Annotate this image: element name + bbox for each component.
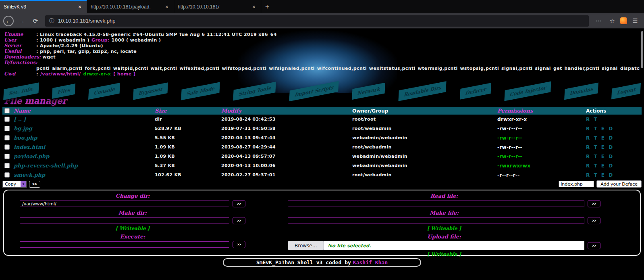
url-text: 10.10.10.181/smevk.php — [58, 18, 115, 24]
file-owner: root/webadmin — [352, 144, 497, 150]
upload-go-button[interactable]: >> — [588, 242, 600, 249]
file-owner: webadmin/webadmin — [352, 163, 497, 168]
bulk-go-button[interactable]: >> — [29, 181, 40, 188]
table-row: [ .. ] dir 2019-08-24 03:42:53 root/root… — [2, 115, 642, 124]
tab-smevk[interactable]: SmEvK v3 × — [0, 0, 87, 13]
menu-item-defacer[interactable]: Defacer — [460, 83, 491, 100]
forward-button[interactable]: → — [16, 15, 27, 27]
read-file-input[interactable] — [288, 201, 584, 207]
file-permissions-link[interactable]: -rw-r--r-- — [497, 126, 586, 132]
reload-button[interactable]: ⟳ — [30, 15, 41, 27]
menu-item-console[interactable]: Console — [88, 83, 120, 100]
new-tab-button[interactable]: + — [261, 0, 273, 13]
row-checkbox[interactable] — [4, 126, 10, 131]
execute-input[interactable] — [20, 241, 229, 248]
file-modify: 2019-07-31 04:50:58 — [221, 126, 352, 131]
file-actions-links[interactable]: R T E D — [586, 144, 642, 150]
menu-item-readable-dirs[interactable]: Readable Dirs — [399, 81, 447, 101]
menu-item-sec-info[interactable]: Sec. Info. — [3, 82, 39, 100]
panel-left-column: Change dir: >> Make dir: >> [ Writeable … — [20, 190, 245, 248]
file-permissions-link[interactable]: -rw-r--r-- — [497, 144, 586, 150]
row-checkbox[interactable] — [4, 144, 10, 150]
row-checkbox[interactable] — [4, 154, 10, 159]
make-file-input[interactable] — [288, 217, 584, 224]
file-size: dir — [155, 117, 221, 122]
file-modify: 2020-04-13 09:47:44 — [221, 135, 352, 140]
url-bar[interactable]: ⓘ 10.10.10.181/smevk.php — [45, 15, 589, 27]
file-actions-links[interactable]: R T E D — [586, 163, 642, 169]
menu-item-files[interactable]: Files — [52, 84, 75, 99]
menu-item-bypasser[interactable]: Bypasser — [133, 82, 168, 100]
cwd-path-link[interactable]: /var/www/html/ — [40, 71, 81, 76]
file-name-link[interactable]: [ .. ] — [14, 116, 155, 122]
file-actions-links[interactable]: R T E D — [586, 126, 642, 132]
file-name-link[interactable]: bg.jpg — [14, 125, 155, 132]
extension-icon[interactable] — [620, 17, 627, 24]
system-info: Uname: Linux traceback 4.15.0-58-generic… — [4, 31, 640, 76]
footer-text: SmEvK_PaThAn Shell v3 coded by — [256, 259, 351, 265]
page-actions-icon[interactable]: ⋯ — [593, 15, 604, 27]
menu-item-domains[interactable]: Domains — [564, 83, 598, 100]
row-checkbox[interactable] — [4, 172, 10, 178]
browse-button[interactable]: Browse… — [288, 241, 324, 250]
tab-close-icon[interactable]: × — [164, 4, 170, 10]
make-dir-go-button[interactable]: >> — [233, 217, 245, 224]
file-name-link[interactable]: payload.php — [14, 153, 155, 159]
uname-label: Uname — [4, 31, 36, 37]
menu-item-code-injector[interactable]: Code Injector — [504, 81, 551, 101]
page-content: Uname: Linux traceback 4.15.0-58-generic… — [0, 29, 644, 280]
menu-item-string-tools[interactable]: String Tools — [233, 81, 276, 100]
file-owner: root/webadmin — [352, 126, 497, 131]
menu-item-safe-mode[interactable]: Safe Mode — [181, 82, 220, 100]
table-row: payload.php 1.09 KB 2020-04-13 09:57:07 … — [2, 152, 642, 161]
menu-item-logout[interactable]: Logout — [611, 83, 641, 100]
quick-commands-panel: Change dir: >> Make dir: >> [ Writeable … — [3, 190, 641, 256]
menu-item-import-scripts[interactable]: Import Scripts — [289, 81, 339, 101]
file-modify: 2020-02-27 05:37:01 — [221, 172, 352, 178]
change-dir-go-button[interactable]: >> — [233, 200, 245, 207]
scrollbar-thumb[interactable] — [641, 31, 643, 68]
file-name-link[interactable]: index.html — [14, 144, 155, 150]
navigation-bar: ← → ⟳ ⓘ 10.10.10.181/smevk.php ⋯ ☆ ☰ — [0, 13, 644, 29]
file-owner: webadmin/webadmin — [352, 135, 497, 140]
tab-payload[interactable]: http://10.10.10.181/payload. × — [87, 0, 174, 13]
change-dir-input[interactable] — [20, 201, 229, 207]
bookmark-star-icon[interactable]: ☆ — [607, 15, 618, 27]
user-label: User — [4, 37, 36, 42]
file-permissions-link[interactable]: -rwxrwxrwx — [497, 163, 586, 169]
file-name-link[interactable]: php-reverse-shell.php — [14, 163, 155, 169]
file-actions-links[interactable]: R T E D — [586, 135, 642, 141]
file-name-link[interactable]: smevk.php — [14, 172, 155, 178]
row-checkbox[interactable] — [4, 117, 10, 122]
cwd-home-link[interactable]: [ home ] — [113, 71, 135, 76]
row-checkbox[interactable] — [4, 163, 10, 168]
tab-root[interactable]: http://10.10.10.181/ × — [174, 0, 261, 13]
cwd-permissions: drwxr-xr-x — [83, 71, 111, 76]
row-checkbox[interactable] — [4, 135, 10, 140]
deface-filename-input[interactable] — [559, 181, 594, 187]
select-all-checkbox[interactable] — [4, 108, 10, 113]
back-button[interactable]: ← — [3, 16, 14, 26]
file-actions-links[interactable]: R T — [586, 117, 642, 122]
execute-go-button[interactable]: >> — [233, 241, 245, 248]
author-link[interactable]: Kashif Khan — [353, 259, 388, 265]
file-actions-links[interactable]: R T E D — [586, 172, 642, 178]
site-info-icon[interactable]: ⓘ — [49, 17, 54, 25]
file-actions-links[interactable]: R T E D — [586, 154, 642, 159]
add-deface-button[interactable]: Add your Deface — [596, 180, 642, 188]
read-file-go-button[interactable]: >> — [588, 200, 600, 207]
tab-close-icon[interactable]: × — [251, 4, 257, 10]
make-dir-input[interactable] — [20, 217, 229, 224]
hamburger-menu-icon[interactable]: ☰ — [629, 15, 641, 27]
bulk-action-select[interactable]: Copy ▾ — [2, 181, 27, 188]
file-permissions-link[interactable]: -rw-r--r-- — [497, 154, 586, 159]
file-name-link[interactable]: boo.php — [14, 135, 155, 141]
tab-close-icon[interactable]: × — [77, 4, 83, 10]
menu-item-network[interactable]: Network — [352, 83, 385, 100]
upload-file-input[interactable]: Browse… No file selected. — [288, 241, 584, 250]
file-permissions-link[interactable]: -rw-r--r-- — [497, 135, 586, 141]
execute-label: Execute: — [20, 234, 245, 240]
file-permissions-link[interactable]: drwxr-xr-x — [497, 117, 586, 122]
file-permissions-link[interactable]: -r--r--r-- — [497, 172, 586, 178]
make-file-go-button[interactable]: >> — [588, 217, 600, 224]
